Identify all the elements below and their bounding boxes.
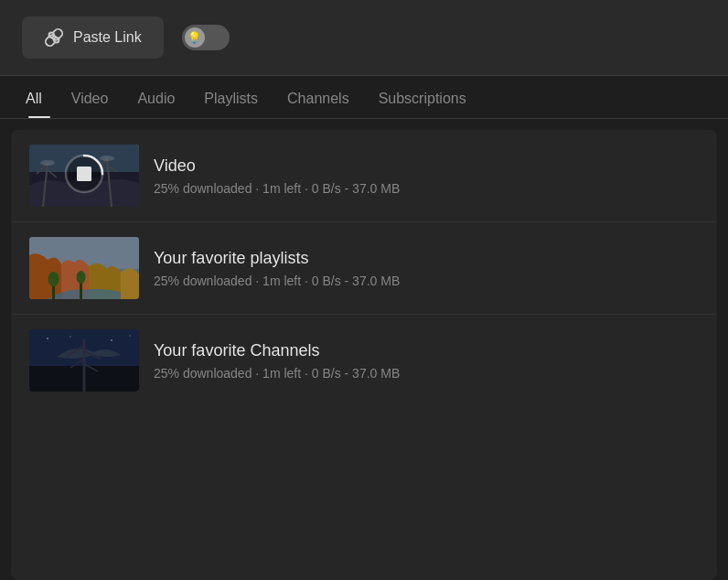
progress-ring xyxy=(62,152,106,196)
thumbnail-canyon xyxy=(29,237,139,299)
bulb-icon: 💡 xyxy=(187,31,201,44)
svg-point-29 xyxy=(70,336,71,338)
download-item: Your favorite Channels 25% downloaded · … xyxy=(11,315,717,406)
item-status: 25% downloaded · 1m left · 0 B/s - 37.0 … xyxy=(154,181,699,196)
header: Paste Link 💡 xyxy=(0,0,728,76)
canyon-scene xyxy=(29,237,139,299)
tab-subscriptions[interactable]: Subscriptions xyxy=(364,76,481,118)
item-status: 25% downloaded · 1m left · 0 B/s - 37.0 … xyxy=(154,274,699,288)
item-info: Your favorite playlists 25% downloaded ·… xyxy=(154,249,699,288)
svg-point-30 xyxy=(111,339,112,341)
app-container: Paste Link 💡 All Video Audio Playlists C… xyxy=(0,0,728,580)
item-title: Video xyxy=(154,156,699,176)
tab-bar: All Video Audio Playlists Channels Subsc… xyxy=(0,76,728,119)
download-list: Video 25% downloaded · 1m left · 0 B/s -… xyxy=(11,130,717,580)
thumbnail-winter xyxy=(29,145,139,207)
download-item: Video 25% downloaded · 1m left · 0 B/s -… xyxy=(11,130,717,222)
item-title: Your favorite playlists xyxy=(154,249,699,268)
svg-point-10 xyxy=(40,160,55,166)
paste-link-label: Paste Link xyxy=(73,29,142,46)
svg-point-31 xyxy=(129,335,131,337)
item-info: Video 25% downloaded · 1m left · 0 B/s -… xyxy=(154,156,699,196)
dark-scene xyxy=(29,329,139,392)
item-info: Your favorite Channels 25% downloaded · … xyxy=(154,341,699,381)
paste-link-icon xyxy=(44,27,64,48)
tab-channels[interactable]: Channels xyxy=(273,76,364,118)
theme-toggle[interactable]: 💡 xyxy=(182,25,230,50)
svg-point-17 xyxy=(48,272,59,286)
svg-point-19 xyxy=(77,271,86,284)
download-item: Your favorite playlists 25% downloaded ·… xyxy=(11,222,717,315)
stop-icon[interactable] xyxy=(77,166,91,181)
toggle-knob: 💡 xyxy=(185,27,205,48)
thumbnail-dark xyxy=(29,329,139,392)
tab-playlists[interactable]: Playlists xyxy=(189,76,273,118)
item-status: 25% downloaded · 1m left · 0 B/s - 37.0 … xyxy=(154,366,699,381)
item-title: Your favorite Channels xyxy=(154,341,699,360)
tab-video[interactable]: Video xyxy=(57,76,123,118)
tab-audio[interactable]: Audio xyxy=(123,76,189,118)
svg-point-28 xyxy=(47,338,48,339)
tab-all[interactable]: All xyxy=(22,76,57,118)
theme-toggle-container: 💡 xyxy=(182,25,230,50)
paste-link-button[interactable]: Paste Link xyxy=(22,16,164,59)
